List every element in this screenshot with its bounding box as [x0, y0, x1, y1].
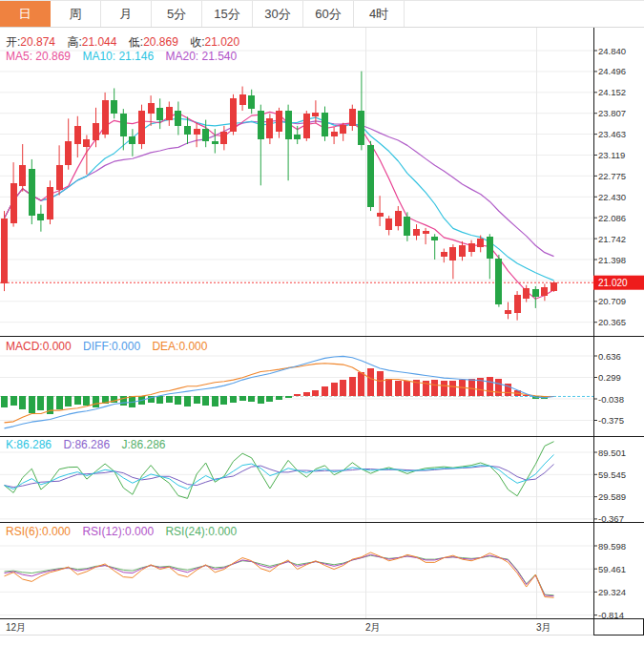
ohlc-legend: 开:20.874 高:21.044 低:20.869 收:21.020 — [6, 35, 248, 49]
svg-text:22.775: 22.775 — [598, 171, 626, 181]
svg-text:0.299: 0.299 — [598, 372, 621, 383]
svg-text:89.598: 89.598 — [598, 541, 626, 552]
rsi6-readout: RSI(6):0.000 — [6, 525, 71, 538]
svg-text:29.589: 29.589 — [598, 491, 626, 502]
rsi-panel — [5, 552, 554, 597]
d-readout: D:86.286 — [63, 438, 110, 451]
high-readout: 高:21.044 — [67, 35, 116, 49]
tab-15min[interactable]: 15分 — [202, 1, 253, 27]
svg-text:21.742: 21.742 — [598, 234, 626, 244]
svg-text:59.545: 59.545 — [598, 469, 626, 480]
svg-text:-0.814: -0.814 — [598, 610, 624, 620]
tab-30min[interactable]: 30分 — [253, 1, 303, 27]
timeframe-tabbar: 日 周 月 5分 15分 30分 60分 4时 — [0, 0, 644, 28]
svg-text:21.398: 21.398 — [598, 255, 626, 265]
macd-readout: MACD:0.000 — [6, 340, 72, 353]
open-readout: 开:20.874 — [6, 35, 55, 49]
svg-text:12月: 12月 — [6, 622, 26, 633]
svg-text:21.020: 21.020 — [598, 278, 628, 288]
svg-text:24.496: 24.496 — [598, 66, 626, 76]
diff-readout: DIFF:0.000 — [83, 340, 140, 353]
current-price-badge: 21.020 — [593, 276, 644, 290]
tab-month[interactable]: 月 — [101, 1, 152, 27]
svg-text:-0.367: -0.367 — [598, 513, 624, 524]
svg-text:-0.038: -0.038 — [598, 394, 624, 405]
svg-text:2月: 2月 — [365, 622, 381, 633]
rsi-legend: RSI(6):0.000 RSI(12):0.000 RSI(24):0.000 — [6, 525, 245, 538]
ma20-readout: MA20: 21.540 — [165, 50, 237, 63]
low-readout: 低:20.869 — [129, 35, 178, 49]
kdj-legend: K:86.286 D:86.286 J:86.286 — [6, 438, 174, 451]
svg-text:0.636: 0.636 — [598, 351, 621, 362]
macd-legend: MACD:0.000 DIFF:0.000 DEA:0.000 — [6, 340, 216, 353]
tab-4hour[interactable]: 4时 — [354, 1, 405, 27]
trading-app-window: 日 周 月 5分 15分 30分 60分 4时 24.84024.49624.1… — [0, 0, 644, 646]
chart-canvas[interactable]: 24.84024.49624.15223.80723.46323.11922.7… — [0, 0, 644, 646]
j-readout: J:86.286 — [121, 438, 165, 451]
ma5-readout: MA5: 20.869 — [6, 50, 71, 63]
k-readout: K:86.286 — [6, 438, 52, 451]
ma-legend: MA5: 20.869 MA10: 21.146 MA20: 21.540 — [6, 50, 245, 63]
svg-text:20.709: 20.709 — [598, 296, 626, 306]
close-readout: 收:21.020 — [190, 35, 239, 49]
tabbar-filler — [405, 1, 644, 27]
price-panel — [0, 72, 593, 321]
dea-readout: DEA:0.000 — [152, 340, 207, 353]
svg-text:23.807: 23.807 — [598, 108, 626, 118]
svg-text:22.086: 22.086 — [598, 213, 626, 223]
tab-day[interactable]: 日 — [0, 1, 51, 27]
svg-text:23.119: 23.119 — [598, 150, 625, 160]
ma10-readout: MA10: 21.146 — [82, 50, 154, 63]
svg-text:20.365: 20.365 — [598, 317, 626, 327]
tab-5min[interactable]: 5分 — [152, 1, 202, 27]
svg-text:-0.375: -0.375 — [598, 415, 624, 426]
svg-text:3月: 3月 — [536, 622, 551, 633]
svg-text:24.840: 24.840 — [598, 46, 626, 56]
svg-text:59.461: 59.461 — [598, 564, 626, 574]
svg-text:29.324: 29.324 — [598, 587, 626, 597]
svg-text:89.501: 89.501 — [598, 448, 626, 458]
tab-60min[interactable]: 60分 — [303, 1, 354, 27]
rsi24-readout: RSI(24):0.000 — [165, 525, 237, 538]
svg-text:24.152: 24.152 — [598, 87, 626, 97]
svg-text:23.463: 23.463 — [598, 129, 626, 139]
rsi12-readout: RSI(12):0.000 — [82, 525, 154, 538]
macd-panel — [0, 356, 593, 427]
axis-labels: 24.84024.49624.15223.80723.46323.11922.7… — [593, 46, 626, 621]
tab-week[interactable]: 周 — [51, 1, 101, 27]
x-axis-labels: 12月2月3月 — [6, 622, 551, 633]
svg-text:22.430: 22.430 — [598, 192, 626, 202]
